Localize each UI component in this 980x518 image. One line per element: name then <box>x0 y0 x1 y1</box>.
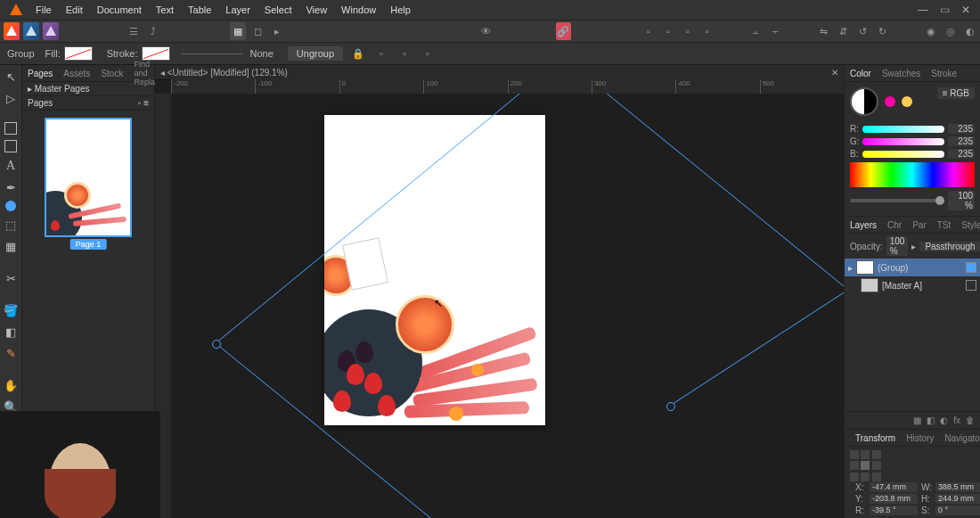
selection-handle[interactable] <box>666 402 675 411</box>
flip-h-icon[interactable]: ⇋ <box>816 22 832 40</box>
transform-r-field[interactable]: -39.5 ° <box>870 506 918 515</box>
wrap-icon[interactable]: ▫ <box>418 45 437 62</box>
boolean-intersect-icon[interactable]: ◐ <box>962 22 978 40</box>
arrange-back-icon[interactable]: ▫ <box>641 22 657 40</box>
color-picker-tool-icon[interactable]: ✎ <box>3 345 19 361</box>
recent-color-swatch[interactable] <box>902 96 912 107</box>
color-well-icon[interactable] <box>850 87 878 116</box>
delete-layer-icon[interactable]: 🗑 <box>966 415 975 425</box>
menu-document[interactable]: Document <box>90 0 149 20</box>
pen-tool-icon[interactable]: ✒ <box>3 179 19 195</box>
flip-v-icon[interactable]: ⇵ <box>836 22 852 40</box>
tab-history[interactable]: History <box>901 433 939 443</box>
boolean-subtract-icon[interactable]: ◎ <box>943 22 959 40</box>
transparency-tool-icon[interactable]: ◧ <box>3 324 19 340</box>
menu-select[interactable]: Select <box>257 0 299 20</box>
recent-color-swatch[interactable] <box>885 96 895 107</box>
menu-view[interactable]: View <box>298 0 334 20</box>
tab-character[interactable]: Chr <box>882 220 907 230</box>
tab-paragraph[interactable]: Par <box>907 220 932 230</box>
layer-row-master[interactable]: [Master A] <box>845 276 980 294</box>
layer-opacity-value[interactable]: 100 % <box>886 236 909 256</box>
hide-icon[interactable]: ▫ <box>395 45 414 62</box>
show-all-icon[interactable]: ▫ <box>372 45 391 62</box>
clip-canvas-icon[interactable]: ◻ <box>249 22 265 40</box>
layer-name[interactable]: (Group) <box>878 263 908 273</box>
anchor-point-selector[interactable] <box>850 450 882 482</box>
place-image-tool-icon[interactable]: ▦ <box>3 238 19 254</box>
layer-row-group[interactable]: ▸ (Group) <box>845 259 980 276</box>
tab-pages[interactable]: Pages <box>22 69 58 78</box>
tab-layers[interactable]: Layers <box>845 220 882 230</box>
tab-text-styles[interactable]: TSt <box>932 220 957 230</box>
arrange-backward-icon[interactable]: ▫ <box>660 22 676 40</box>
tab-swatches[interactable]: Swatches <box>877 69 926 78</box>
menu-edit[interactable]: Edit <box>59 0 90 20</box>
menu-file[interactable]: File <box>29 0 59 20</box>
mask-layer-icon[interactable]: ◧ <box>927 415 935 425</box>
move-tool-icon[interactable]: ↖ <box>3 69 19 85</box>
align-center-icon[interactable]: ⫟ <box>767 22 783 40</box>
layer-name[interactable]: [Master A] <box>882 281 922 291</box>
arrange-forward-icon[interactable]: ▫ <box>680 22 696 40</box>
menu-layer[interactable]: Layer <box>218 0 257 20</box>
rotate-ccw-icon[interactable]: ↺ <box>855 22 871 40</box>
document-tab[interactable]: ◂ <Untitled> [Modified] (129.1%) ✕ <box>155 65 844 80</box>
selection-handle[interactable] <box>212 340 221 349</box>
color-mode-dropdown[interactable]: ≡ RGB <box>937 87 975 99</box>
persona-photo[interactable] <box>43 22 59 40</box>
snapping-icon[interactable]: ▦ <box>230 22 246 40</box>
master-pages-header[interactable]: ▸ Master Pages <box>28 84 89 94</box>
preview-mode-icon[interactable]: ▸ <box>269 22 285 40</box>
link-icon[interactable]: 🔗 <box>556 22 572 40</box>
rotate-cw-icon[interactable]: ↻ <box>875 22 891 40</box>
view-tool-icon[interactable]: ✋ <box>3 377 19 393</box>
stroke-swatch[interactable] <box>142 46 170 61</box>
window-minimize-icon[interactable]: — <box>912 4 934 16</box>
red-slider[interactable] <box>862 126 944 133</box>
edit-layers-icon[interactable]: ▦ <box>913 415 921 425</box>
picture-frame-tool-icon[interactable]: ⬚ <box>3 217 19 233</box>
window-maximize-icon[interactable]: ▭ <box>934 4 955 16</box>
stroke-width-slider[interactable] <box>181 53 243 54</box>
lock-children-icon[interactable]: 🔒 <box>348 45 368 62</box>
opacity-slider[interactable] <box>850 199 944 202</box>
frame-text-tool-icon[interactable] <box>4 122 17 135</box>
layer-visibility-checkbox[interactable] <box>966 262 976 273</box>
persona-publisher[interactable] <box>4 22 20 40</box>
transform-w-field[interactable]: 388.5 mm <box>935 482 980 492</box>
layer-expand-icon[interactable]: ▸ <box>848 263 853 273</box>
tab-color[interactable]: Color <box>845 69 877 78</box>
tab-stroke[interactable]: Stroke <box>926 69 962 78</box>
adjustment-icon[interactable]: ◐ <box>940 415 948 425</box>
page-thumbnail-1[interactable]: Page 1 <box>45 118 132 237</box>
transform-x-field[interactable]: -47.4 mm <box>870 482 918 492</box>
transform-y-field[interactable]: -203.8 mm <box>870 494 918 504</box>
red-value[interactable]: 235 <box>948 124 975 134</box>
transform-h-field[interactable]: 244.9 mm <box>935 494 980 504</box>
green-slider[interactable] <box>862 138 944 145</box>
window-close-icon[interactable]: ✕ <box>955 4 976 16</box>
node-tool-icon[interactable]: ▷ <box>3 90 19 106</box>
document-tab-close-icon[interactable]: ✕ <box>831 68 838 78</box>
tab-styles[interactable]: Styles <box>956 220 980 230</box>
blue-value[interactable]: 235 <box>948 149 975 159</box>
align-left-icon[interactable]: ⫠ <box>747 22 764 40</box>
text-flow-icon[interactable]: ⤴ <box>145 22 161 40</box>
baseline-grid-icon[interactable]: ☰ <box>126 22 142 40</box>
tab-stock[interactable]: Stock <box>95 69 128 78</box>
shape-tool-icon[interactable] <box>5 201 16 211</box>
spectrum-picker[interactable] <box>850 162 975 187</box>
transform-s-field[interactable]: 0 ° <box>935 506 980 515</box>
blend-mode-dropdown[interactable]: Passthrough <box>919 242 980 251</box>
blue-slider[interactable] <box>862 151 944 158</box>
fx-icon[interactable]: fx <box>953 415 960 425</box>
tab-navigator[interactable]: Navigator <box>939 433 980 443</box>
opacity-value[interactable]: 100 % <box>948 191 975 210</box>
menu-window[interactable]: Window <box>334 0 383 20</box>
preflight-icon[interactable]: 👁 <box>478 22 494 40</box>
persona-designer[interactable] <box>23 22 39 40</box>
tab-transform[interactable]: Transform <box>850 433 901 443</box>
green-value[interactable]: 235 <box>948 136 975 146</box>
table-tool-icon[interactable] <box>4 140 17 152</box>
